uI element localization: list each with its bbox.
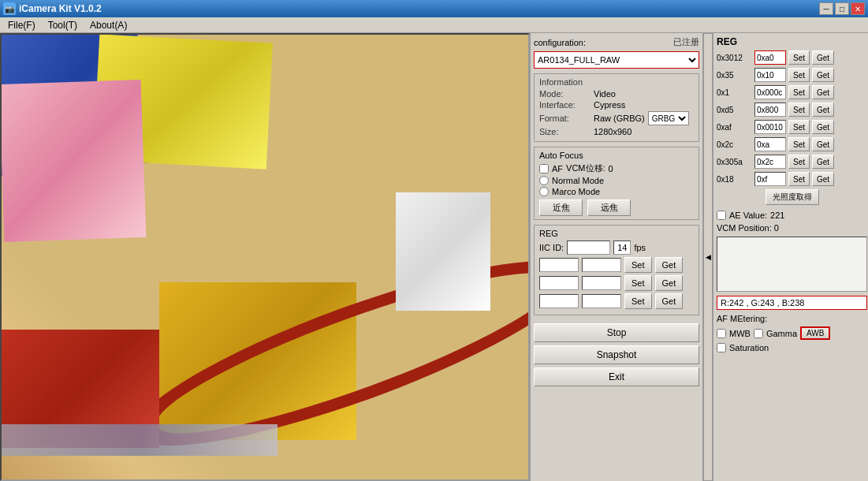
mwb-label: MWB <box>729 329 751 338</box>
information-title: Information <box>539 77 694 87</box>
light-acquire-button[interactable]: 光照度取得 <box>766 189 819 205</box>
reg-row-3-val[interactable] <box>754 85 786 99</box>
reg-val-1[interactable] <box>582 258 621 272</box>
reg-addr-2[interactable] <box>539 276 579 290</box>
normal-mode-label: Normal Mode <box>552 176 604 185</box>
reg-row-3-set[interactable]: Set <box>788 85 810 99</box>
reg-row-4-get[interactable]: Get <box>812 103 834 117</box>
reg-row-3-get[interactable]: Get <box>812 85 834 99</box>
af-checkbox[interactable] <box>539 164 549 173</box>
iic-id-label: IIC ID: <box>539 243 564 252</box>
reg-row-5-addr: 0xaf <box>717 123 752 132</box>
config-select[interactable]: AR0134_FULL_RAWAR0134_720PAR0134_VGA <box>534 51 699 69</box>
saturation-checkbox[interactable] <box>717 343 726 352</box>
stop-button[interactable]: Stop <box>534 323 699 342</box>
far-focus-button[interactable]: 远焦 <box>587 199 631 216</box>
size-label: Size: <box>539 127 590 136</box>
reg-addr-1[interactable] <box>539 258 579 272</box>
reg-row-7-addr: 0x305a <box>717 158 752 166</box>
reg-block-title: REG <box>539 229 694 238</box>
auto-focus-section: Auto Focus AF VCM位移: 0 Normal Mode Marco… <box>534 147 699 220</box>
reg-row-8-addr: 0x18 <box>717 175 752 184</box>
normal-mode-radio[interactable] <box>539 176 549 185</box>
reg-get-1[interactable]: Get <box>655 257 684 273</box>
reg-row-6-set[interactable]: Set <box>788 137 810 151</box>
title-bar: 📷 iCamera Kit V1.0.2 ─ □ ✕ <box>0 0 868 17</box>
interface-label: Interface: <box>539 100 590 110</box>
near-focus-button[interactable]: 近焦 <box>539 199 583 216</box>
reg-row-2-get[interactable]: Get <box>812 68 834 82</box>
reg-row-4-val[interactable] <box>754 103 786 117</box>
vcm-value: 0 <box>609 164 613 173</box>
mode-label: Mode: <box>539 89 590 99</box>
menu-tool[interactable]: Tool(T) <box>42 18 84 32</box>
maximize-button[interactable]: □ <box>835 2 849 15</box>
reg-row-1-set[interactable]: Set <box>788 50 810 65</box>
app-icon: 📷 <box>3 2 16 15</box>
reg-set-2[interactable]: Set <box>624 275 652 291</box>
format-select[interactable]: GRBG <box>648 111 689 125</box>
reg-row-1-addr: 0x3012 <box>717 54 752 62</box>
gamma-label: Gamma <box>766 329 797 338</box>
gamma-checkbox[interactable] <box>754 329 763 338</box>
interface-value: Cypress <box>594 100 625 110</box>
fps-label: fps <box>634 243 646 252</box>
reg-set-1[interactable]: Set <box>624 257 652 273</box>
reg-row-1-val[interactable] <box>754 50 786 65</box>
reg-set-3[interactable]: Set <box>624 293 652 309</box>
vcm-position-value: 0 <box>774 223 779 233</box>
reg-row-5-val[interactable] <box>754 120 786 134</box>
reg-row-8-val[interactable] <box>754 172 786 186</box>
fps-value: 14 <box>613 240 631 255</box>
reg-row-3-addr: 0x1 <box>717 88 752 97</box>
saturation-label: Saturation <box>729 343 769 352</box>
collapse-button[interactable]: ◀ <box>703 33 713 481</box>
menu-file[interactable]: File(F) <box>2 18 42 32</box>
control-panel: configuration: 已注册 AR0134_FULL_RAWAR0134… <box>530 33 703 481</box>
registered-text: 已注册 <box>673 36 699 48</box>
reg-val-2[interactable] <box>582 276 621 290</box>
reg-row-6-val[interactable] <box>754 137 786 151</box>
reg-addr-3[interactable] <box>539 294 579 308</box>
reg-get-2[interactable]: Get <box>655 275 684 291</box>
ae-value: 221 <box>770 211 784 220</box>
reg-block: REG IIC ID: 14 fps Set Get Set Get <box>534 225 699 315</box>
snapshot-button[interactable]: Snapshot <box>534 345 699 364</box>
reg-row-5-get[interactable]: Get <box>812 120 834 134</box>
vcm-position-label: VCM Position: <box>717 223 772 233</box>
menu-about[interactable]: About(A) <box>84 18 133 32</box>
af-title: Auto Focus <box>539 151 694 160</box>
awb-button[interactable]: AWB <box>800 326 830 340</box>
reg-panel-title: REG <box>717 36 867 47</box>
close-button[interactable]: ✕ <box>851 2 865 15</box>
mwb-checkbox[interactable] <box>717 329 726 338</box>
reg-row-2-val[interactable] <box>754 68 786 82</box>
reg-row-1-get[interactable]: Get <box>812 50 834 65</box>
reg-row-2-addr: 0x35 <box>717 71 752 80</box>
marco-mode-label: Marco Mode <box>552 187 600 196</box>
rgb-display: R:242 , G:243 , B:238 <box>717 296 867 310</box>
reg-row-2-set[interactable]: Set <box>788 68 810 82</box>
format-value: Raw (GRBG) <box>594 114 645 123</box>
reg-row-7-val[interactable] <box>754 155 786 169</box>
reg-row-4-set[interactable]: Set <box>788 103 810 117</box>
reg-row-6-get[interactable]: Get <box>812 137 834 151</box>
reg-row-7-get[interactable]: Get <box>812 155 834 169</box>
reg-row-8-get[interactable]: Get <box>812 172 834 186</box>
ae-label: AE Value: <box>729 211 767 220</box>
action-buttons: Stop Snapshot Exit <box>534 323 699 386</box>
exit-button[interactable]: Exit <box>534 367 699 386</box>
camera-view <box>0 33 530 481</box>
reg-get-3[interactable]: Get <box>655 293 684 309</box>
minimize-button[interactable]: ─ <box>819 2 833 15</box>
reg-val-3[interactable] <box>582 294 621 308</box>
color-preview <box>717 237 867 292</box>
reg-panel: REG 0x3012 Set Get 0x35 Set Get 0x1 Set … <box>713 33 868 481</box>
reg-row-8-set[interactable]: Set <box>788 172 810 186</box>
reg-row-7-set[interactable]: Set <box>788 155 810 169</box>
marco-mode-radio[interactable] <box>539 187 549 196</box>
iic-id-input[interactable] <box>567 240 610 255</box>
ae-checkbox[interactable] <box>717 211 726 220</box>
reg-row-5-set[interactable]: Set <box>788 120 810 134</box>
af-label: AF <box>552 164 563 173</box>
